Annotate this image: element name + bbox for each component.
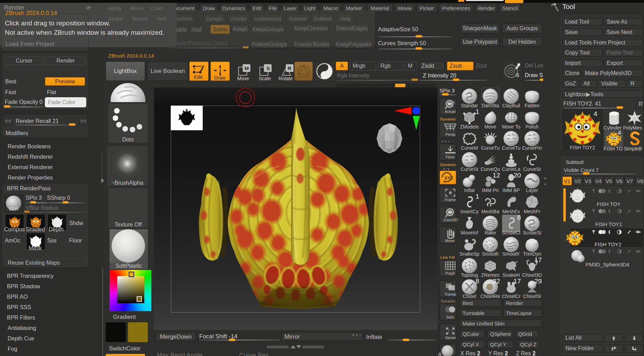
svg-text:Move: Move (445, 239, 454, 243)
svg-text:Floor: Floor (446, 155, 454, 159)
svg-text:Xpose: Xpose (445, 336, 456, 340)
svg-text:Scale: Scale (259, 76, 271, 81)
svg-text:S: S (266, 65, 270, 71)
svg-text:Solo: Solo (446, 315, 454, 319)
svg-text:XYZ: XYZ (444, 175, 453, 181)
svg-text:PolyF: PolyF (445, 271, 455, 275)
svg-text:x1: x1 (452, 101, 455, 104)
svg-text:Frame: Frame (445, 198, 456, 202)
svg-text:S: S (516, 72, 519, 78)
svg-text:Actual: Actual (445, 109, 456, 114)
svg-text:Transp: Transp (444, 292, 456, 296)
svg-text:Persp: Persp (445, 132, 456, 136)
svg-text:Zoom3D: Zoom3D (443, 218, 458, 222)
svg-text:Rotate: Rotate (279, 76, 293, 81)
svg-text:Edit: Edit (194, 74, 202, 80)
svg-text:M: M (244, 65, 249, 71)
svg-text:Draw: Draw (214, 75, 226, 81)
svg-text:Move: Move (237, 76, 249, 81)
svg-text:R: R (288, 65, 291, 71)
